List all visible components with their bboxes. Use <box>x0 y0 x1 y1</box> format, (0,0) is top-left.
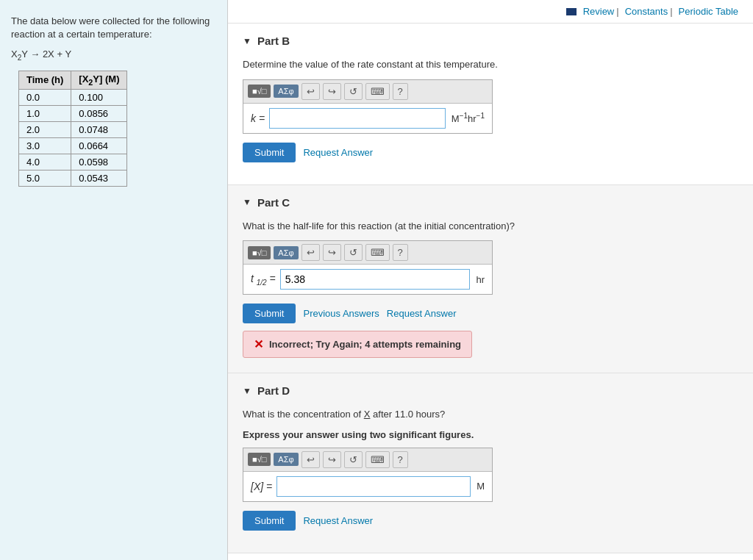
table-cell: 1.0 <box>19 105 71 121</box>
part-c-request-answer-btn[interactable]: Request Answer <box>387 308 457 319</box>
part-c-undo-btn[interactable]: ↩ <box>301 244 320 261</box>
part-d-unit: M <box>477 481 485 492</box>
table-row: 4.00.0598 <box>19 154 127 170</box>
table-row: 2.00.0748 <box>19 121 127 137</box>
part-c-toolbar: ■√□ ΑΣφ ↩ ↪ ↺ ⌨ ? <box>243 241 492 265</box>
part-b-submit-btn[interactable]: Submit <box>243 143 296 162</box>
table-row: 3.00.0664 <box>19 137 127 154</box>
part-d-input-row: [X] = M <box>243 472 492 501</box>
part-d-underline-x: X <box>364 409 371 420</box>
part-c-reset-btn[interactable]: ↺ <box>344 244 363 261</box>
part-c-unit: hr <box>476 274 485 285</box>
table-cell: 0.0543 <box>71 170 127 186</box>
part-d-request-answer-btn[interactable]: Request Answer <box>303 515 373 526</box>
part-b-redo-btn[interactable]: ↪ <box>323 83 341 100</box>
part-c-help-btn[interactable]: ? <box>393 244 408 261</box>
part-d-math-input[interactable] <box>276 476 471 497</box>
part-c-header: ▼ Part C <box>243 196 738 209</box>
part-d-label: Part D <box>257 384 290 397</box>
review-link[interactable]: Review <box>583 6 615 17</box>
table-cell: 2.0 <box>19 121 71 137</box>
part-c-btn-row: Submit Previous Answers Request Answer <box>243 304 738 323</box>
nav-icon <box>566 8 577 15</box>
periodic-table-link[interactable]: Periodic Table <box>679 6 738 17</box>
part-d-keyboard-btn[interactable]: ⌨ <box>365 451 390 468</box>
part-b-arrow[interactable]: ▼ <box>243 36 251 46</box>
part-c-submit-btn[interactable]: Submit <box>243 304 296 323</box>
part-c-previous-answers-btn[interactable]: Previous Answers <box>303 308 379 319</box>
part-b-input-container: ■√□ ΑΣφ ↩ ↪ ↺ ⌨ ? k = M−1hr−1 <box>243 79 493 134</box>
part-c-label: Part C <box>257 196 290 209</box>
data-table: Time (h) [X2Y] (M) 0.00.1001.00.08562.00… <box>18 71 127 187</box>
part-b-reset-btn[interactable]: ↺ <box>344 83 363 100</box>
part-b-help-btn[interactable]: ? <box>393 83 408 100</box>
table-cell: 5.0 <box>19 170 71 186</box>
part-b-keyboard-btn[interactable]: ⌨ <box>365 83 390 100</box>
part-c-input-container: ■√□ ΑΣφ ↩ ↪ ↺ ⌨ ? t 1/2 = hr <box>243 240 493 295</box>
part-b-section: ▼ Part B Determine the value of the rate… <box>228 24 753 185</box>
part-c-input-row: t 1/2 = hr <box>243 265 492 294</box>
part-b-question: Determine the value of the rate constant… <box>243 57 738 72</box>
table-cell: 0.0598 <box>71 154 127 170</box>
part-c-greek-btn[interactable]: ΑΣφ <box>274 246 298 259</box>
part-c-redo-btn[interactable]: ↪ <box>323 244 341 261</box>
part-c-section: ▼ Part C What is the half-life for this … <box>228 185 753 374</box>
table-row: 0.00.100 <box>19 89 127 105</box>
sep2: | <box>670 6 672 17</box>
part-c-keyboard-btn[interactable]: ⌨ <box>365 244 390 261</box>
table-cell: 0.0664 <box>71 137 127 154</box>
part-d-input-container: ■√□ ΑΣφ ↩ ↪ ↺ ⌨ ? [X] = M <box>243 448 493 502</box>
part-c-incorrect-banner: ✕ Incorrect; Try Again; 4 attempts remai… <box>243 331 472 358</box>
table-cell: 3.0 <box>19 137 71 154</box>
part-d-btn-row: Submit Request Answer <box>243 511 738 531</box>
part-b-header: ▼ Part B <box>243 35 738 47</box>
part-d-arrow[interactable]: ▼ <box>243 386 251 396</box>
part-c-math-input[interactable] <box>280 269 471 290</box>
part-d-math-btn[interactable]: ■√□ <box>248 453 271 466</box>
part-b-input-row: k = M−1hr−1 <box>243 104 492 133</box>
part-d-bold-text: Express your answer using two significan… <box>243 429 738 440</box>
part-b-math-btn[interactable]: ■√□ <box>248 85 271 98</box>
part-d-help-btn[interactable]: ? <box>393 451 408 468</box>
sidebar-description: The data below were collected for the fo… <box>11 15 216 41</box>
reaction-equation: X2Y → 2X + Y <box>11 49 216 62</box>
part-c-question: What is the half-life for this reaction … <box>243 219 738 234</box>
part-d-submit-btn[interactable]: Submit <box>243 511 296 531</box>
part-d-redo-btn[interactable]: ↪ <box>323 451 341 468</box>
part-c-math-btn[interactable]: ■√□ <box>248 246 271 259</box>
col-time: Time (h) <box>19 71 71 89</box>
part-d-question: What is the concentration of X after 11.… <box>243 407 738 422</box>
part-b-request-answer-btn[interactable]: Request Answer <box>303 147 373 158</box>
sep1: | <box>616 6 618 17</box>
table-cell: 0.0 <box>19 89 71 105</box>
part-d-toolbar: ■√□ ΑΣφ ↩ ↪ ↺ ⌨ ? <box>243 448 492 472</box>
table-cell: 0.100 <box>71 89 127 105</box>
part-d-math-label: [X] = <box>251 481 272 492</box>
part-c-math-label: t 1/2 = <box>251 273 276 287</box>
part-b-unit: M−1hr−1 <box>452 112 485 124</box>
part-b-label: Part B <box>257 35 290 47</box>
part-b-btn-row: Submit Request Answer <box>243 143 738 162</box>
part-b-undo-btn[interactable]: ↩ <box>301 83 320 100</box>
part-b-toolbar: ■√□ ΑΣφ ↩ ↪ ↺ ⌨ ? <box>243 80 492 104</box>
part-d-greek-btn[interactable]: ΑΣφ <box>274 453 298 466</box>
table-row: 5.00.0543 <box>19 170 127 186</box>
sidebar: The data below were collected for the fo… <box>0 0 228 560</box>
table-cell: 0.0856 <box>71 105 127 121</box>
part-b-math-label: k = <box>251 112 265 124</box>
main-content: Review | Constants | Periodic Table ▼ Pa… <box>228 0 753 560</box>
part-b-greek-btn[interactable]: ΑΣφ <box>274 85 298 98</box>
top-nav: Review | Constants | Periodic Table <box>228 0 753 24</box>
part-d-header: ▼ Part D <box>243 384 738 397</box>
col-concentration: [X2Y] (M) <box>71 71 127 89</box>
part-d-undo-btn[interactable]: ↩ <box>301 451 320 468</box>
constants-link[interactable]: Constants <box>625 6 668 17</box>
x-icon: ✕ <box>254 337 263 351</box>
part-c-arrow[interactable]: ▼ <box>243 197 251 207</box>
table-cell: 0.0748 <box>71 121 127 137</box>
table-row: 1.00.0856 <box>19 105 127 121</box>
part-b-math-input[interactable] <box>269 108 446 129</box>
part-d-section: ▼ Part D What is the concentration of X … <box>228 373 753 553</box>
incorrect-text: Incorrect; Try Again; 4 attempts remaini… <box>269 339 461 350</box>
part-d-reset-btn[interactable]: ↺ <box>344 451 363 468</box>
